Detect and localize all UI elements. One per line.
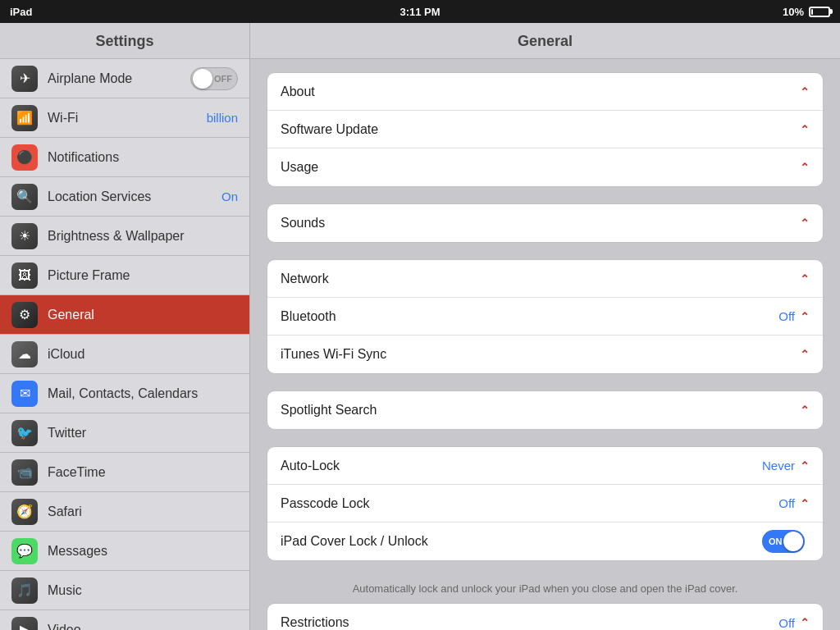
brightness-icon: ☀ <box>11 223 38 249</box>
sidebar-item-general[interactable]: ⚙General <box>0 295 249 335</box>
clock: 3:11 PM <box>399 6 440 18</box>
status-bar: iPad 3:11 PM 10% <box>0 0 840 23</box>
sidebar-item-picture-frame[interactable]: 🖼Picture Frame <box>0 256 249 295</box>
wifi-icon: 📶 <box>11 105 38 131</box>
bluetooth-value: Off <box>778 309 795 323</box>
sidebar-item-messages[interactable]: 💬Messages <box>0 532 249 571</box>
about-chevron-icon: ⌃ <box>800 85 810 98</box>
network-chevron-icon: ⌃ <box>800 272 810 285</box>
sidebar-title: Settings <box>0 23 249 59</box>
wifi-label: Wi-Fi <box>48 111 207 126</box>
settings-row-itunes-wifi-sync[interactable]: iTunes Wi-Fi Sync⌃ <box>267 336 823 373</box>
sidebar-item-facetime[interactable]: 📹FaceTime <box>0 453 249 492</box>
auto-lock-chevron-icon: ⌃ <box>800 459 810 472</box>
settings-group-group1: About⌃Software Update⌃Usage⌃ <box>267 72 824 187</box>
bluetooth-chevron-icon: ⌃ <box>800 310 810 323</box>
safari-label: Safari <box>48 504 238 519</box>
passcode-lock-label: Passcode Lock <box>281 496 778 511</box>
settings-row-restrictions[interactable]: RestrictionsOff⌃ <box>267 604 823 630</box>
wifi-value: billion <box>207 111 238 125</box>
bluetooth-label: Bluetooth <box>281 309 778 324</box>
usage-label: Usage <box>281 160 800 175</box>
passcode-lock-value: Off <box>778 496 795 510</box>
video-label: Video <box>48 623 238 631</box>
settings-row-software-update[interactable]: Software Update⌃ <box>267 111 823 148</box>
location-services-icon: 🔍 <box>11 184 38 210</box>
general-icon: ⚙ <box>11 302 38 328</box>
sidebar-item-twitter[interactable]: 🐦Twitter <box>0 413 249 453</box>
network-label: Network <box>281 272 800 286</box>
picture-frame-label: Picture Frame <box>48 268 238 283</box>
brightness-label: Brightness & Wallpaper <box>48 229 238 244</box>
sidebar-item-video[interactable]: ▶Video <box>0 610 249 630</box>
software-update-chevron-icon: ⌃ <box>800 123 810 136</box>
settings-row-spotlight-search[interactable]: Spotlight Search⌃ <box>267 391 823 429</box>
airplane-mode-icon: ✈ <box>11 66 38 92</box>
sidebar-item-wifi[interactable]: 📶Wi-Fibillion <box>0 98 249 138</box>
auto-lock-value: Never <box>762 459 795 472</box>
passcode-lock-chevron-icon: ⌃ <box>800 497 810 510</box>
location-services-value: On <box>221 189 238 203</box>
ipad-label: iPad <box>10 6 32 18</box>
sidebar-item-location-services[interactable]: 🔍Location ServicesOn <box>0 177 249 217</box>
settings-group-group2: Sounds⌃ <box>267 203 824 243</box>
settings-row-ipad-cover-lock[interactable]: iPad Cover Lock / UnlockON <box>267 523 823 560</box>
sidebar-item-icloud[interactable]: ☁iCloud <box>0 335 249 374</box>
settings-row-network[interactable]: Network⌃ <box>267 260 823 298</box>
usage-chevron-icon: ⌃ <box>800 161 810 174</box>
panel-content: About⌃Software Update⌃Usage⌃Sounds⌃Netwo… <box>250 59 840 630</box>
safari-icon: 🧭 <box>11 499 38 525</box>
sidebar-item-notifications[interactable]: ⚫Notifications <box>0 138 249 177</box>
settings-row-sounds[interactable]: Sounds⌃ <box>267 204 823 242</box>
auto-lock-label: Auto-Lock <box>281 459 762 473</box>
about-label: About <box>281 84 800 99</box>
restrictions-label: Restrictions <box>281 615 778 630</box>
settings-row-auto-lock[interactable]: Auto-LockNever⌃ <box>267 447 823 485</box>
icloud-icon: ☁ <box>11 341 38 368</box>
facetime-icon: 📹 <box>11 459 38 486</box>
battery-icon <box>809 7 830 17</box>
settings-row-bluetooth[interactable]: BluetoothOff⌃ <box>267 298 823 336</box>
sounds-chevron-icon: ⌃ <box>800 217 810 230</box>
general-label: General <box>48 308 238 322</box>
sidebar-item-mail[interactable]: ✉Mail, Contacts, Calendars <box>0 374 249 413</box>
sidebar-item-brightness[interactable]: ☀Brightness & Wallpaper <box>0 217 249 256</box>
settings-group-group3: Network⌃BluetoothOff⌃iTunes Wi-Fi Sync⌃ <box>267 259 824 374</box>
sidebar-item-safari[interactable]: 🧭Safari <box>0 492 249 532</box>
settings-groups-container: About⌃Software Update⌃Usage⌃Sounds⌃Netwo… <box>267 72 824 630</box>
ipad-cover-lock-label: iPad Cover Lock / Unlock <box>281 534 762 549</box>
music-icon: 🎵 <box>11 578 38 604</box>
panel-title: General <box>250 23 840 59</box>
cover-lock-description: Automatically lock and unlock your iPad … <box>267 578 824 603</box>
music-label: Music <box>48 583 238 598</box>
mail-label: Mail, Contacts, Calendars <box>48 386 238 401</box>
twitter-icon: 🐦 <box>11 420 38 446</box>
ipad-cover-lock-toggle[interactable]: ON <box>762 530 805 553</box>
sidebar-item-music[interactable]: 🎵Music <box>0 571 249 610</box>
airplane-mode-toggle[interactable]: OFF <box>190 67 238 90</box>
twitter-label: Twitter <box>48 426 238 441</box>
sidebar-item-airplane-mode[interactable]: ✈Airplane ModeOFF <box>0 59 249 98</box>
facetime-label: FaceTime <box>48 465 238 480</box>
settings-row-about[interactable]: About⌃ <box>267 73 823 111</box>
mail-icon: ✉ <box>11 381 38 407</box>
right-panel: General About⌃Software Update⌃Usage⌃Soun… <box>250 23 840 630</box>
icloud-label: iCloud <box>48 347 238 362</box>
settings-row-passcode-lock[interactable]: Passcode LockOff⌃ <box>267 485 823 523</box>
notifications-icon: ⚫ <box>11 144 38 171</box>
settings-row-usage[interactable]: Usage⌃ <box>267 148 823 186</box>
restrictions-chevron-icon: ⌃ <box>800 616 810 629</box>
location-services-label: Location Services <box>48 189 221 204</box>
notifications-label: Notifications <box>48 150 238 165</box>
settings-group-group5: Auto-LockNever⌃Passcode LockOff⌃iPad Cov… <box>267 446 824 561</box>
video-icon: ▶ <box>11 617 38 631</box>
messages-label: Messages <box>48 544 238 559</box>
battery-percent: 10% <box>783 6 804 18</box>
restrictions-value: Off <box>778 616 795 630</box>
picture-frame-icon: 🖼 <box>11 262 38 289</box>
sounds-label: Sounds <box>281 216 800 231</box>
sidebar-items-container: ✈Airplane ModeOFF📶Wi-Fibillion⚫Notificat… <box>0 59 249 630</box>
spotlight-search-label: Spotlight Search <box>281 403 800 418</box>
settings-group-group6: RestrictionsOff⌃ <box>267 603 824 630</box>
settings-group-group4: Spotlight Search⌃ <box>267 390 824 430</box>
